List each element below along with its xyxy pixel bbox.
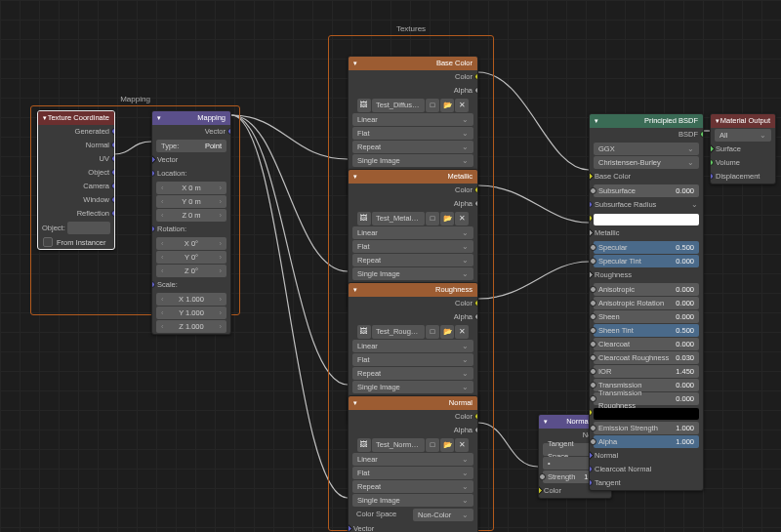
source-field[interactable]: Single Image — [352, 267, 473, 280]
extension-field[interactable]: Repeat — [352, 141, 473, 153]
node-header[interactable]: Metallic — [349, 170, 477, 184]
bsdf-specular-tint[interactable]: Specular Tint0.000 — [594, 255, 699, 267]
users-icon[interactable]: □ — [426, 325, 439, 339]
location-label: Location: — [152, 167, 230, 181]
out-alpha: Alpha — [349, 310, 477, 324]
type-field[interactable]: Type:Point — [156, 140, 226, 152]
open-file-icon[interactable]: 📂 — [440, 438, 454, 452]
bsdf-subsurface-radius[interactable]: Subsurface Radius — [590, 198, 703, 212]
projection-field[interactable]: Flat — [352, 353, 473, 366]
interpolation-field[interactable]: Linear — [352, 453, 473, 466]
projection-field[interactable]: Flat — [352, 240, 473, 253]
bsdf-clearcoat-normal: Clearcoat Normal — [590, 463, 703, 476]
object-field-row[interactable]: Object: — [42, 222, 110, 234]
rot-z[interactable]: Z 0° — [156, 265, 226, 277]
bsdf-emission[interactable] — [590, 406, 703, 421]
source-field[interactable]: Single Image — [352, 381, 473, 393]
browse-image-icon[interactable]: 🖼 — [357, 99, 371, 112]
bsdf-specular[interactable]: Specular0.500 — [594, 241, 699, 254]
node-header[interactable]: Mapping — [152, 111, 230, 125]
node-principled-bsdf[interactable]: Principled BSDF BSDF GGX Christensen-Bur… — [589, 113, 704, 491]
bsdf-clearcoat[interactable]: Clearcoat0.000 — [594, 338, 699, 350]
in-displacement: Displacement — [711, 170, 775, 184]
node-header[interactable]: Texture Coordinate — [38, 111, 114, 125]
interpolation-field[interactable]: Linear — [352, 226, 473, 239]
users-icon[interactable]: □ — [426, 99, 439, 112]
loc-z[interactable]: Z 0 m — [156, 209, 226, 222]
out-reflection: Reflection — [38, 207, 114, 221]
out-generated: Generated — [38, 125, 114, 139]
bsdf-anisotropic-rotation[interactable]: Anisotropic Rotation0.000 — [594, 297, 699, 309]
scl-x[interactable]: X 1.000 — [156, 293, 226, 306]
node-header[interactable]: Roughness — [349, 283, 477, 297]
bsdf-ior[interactable]: IOR1.450 — [594, 365, 699, 378]
rot-y[interactable]: Y 0° — [156, 251, 226, 264]
bsdf-metallic: Metallic — [590, 226, 703, 240]
loc-y[interactable]: Y 0 m — [156, 195, 226, 208]
source-field[interactable]: Single Image — [352, 494, 473, 507]
bsdf-anisotropic[interactable]: Anisotropic0.000 — [594, 283, 699, 296]
colorspace-field[interactable]: Color Space Non-Color — [352, 508, 473, 521]
unlink-icon[interactable]: ✕ — [455, 212, 469, 225]
rot-x[interactable]: X 0° — [156, 237, 226, 250]
scl-y[interactable]: Y 1.000 — [156, 307, 226, 319]
loc-x[interactable]: X 0 m — [156, 182, 226, 194]
image-name-field[interactable]: Test_Normal.p... — [372, 438, 425, 452]
extension-field[interactable]: Repeat — [352, 367, 473, 380]
checkbox-icon[interactable] — [43, 237, 53, 247]
image-datablock-row[interactable]: 🖼 Test_Diffuse.p... □ 📂 ✕ — [352, 99, 473, 112]
scl-z[interactable]: Z 1.000 — [156, 320, 226, 333]
target-field[interactable]: All — [715, 129, 771, 142]
out-camera: Camera — [38, 180, 114, 193]
bsdf-emission-strength[interactable]: Emission Strength1.000 — [594, 422, 699, 434]
image-datablock-row[interactable]: 🖼 Test_Metalnes... □ 📂 ✕ — [352, 212, 473, 225]
bsdf-transmission-roughness[interactable]: Transmission Roughness0.000 — [594, 392, 699, 405]
sss-method-field[interactable]: Christensen-Burley — [594, 156, 699, 169]
browse-image-icon[interactable]: 🖼 — [357, 325, 371, 339]
open-file-icon[interactable]: 📂 — [440, 99, 454, 112]
browse-image-icon[interactable]: 🖼 — [357, 212, 371, 225]
distribution-field[interactable]: GGX — [594, 143, 699, 155]
browse-image-icon[interactable]: 🖼 — [357, 438, 371, 452]
open-file-icon[interactable]: 📂 — [440, 212, 454, 225]
bsdf-normal: Normal — [590, 449, 703, 463]
unlink-icon[interactable]: ✕ — [455, 438, 469, 452]
node-mapping[interactable]: Mapping Vector Type:Point Vector Locatio… — [151, 110, 231, 335]
node-header[interactable]: Principled BSDF — [590, 114, 703, 128]
node-texture-coordinate[interactable]: Texture Coordinate GeneratedNormalUVObje… — [37, 110, 115, 250]
bsdf-base-color: Base Color — [590, 170, 703, 184]
interpolation-field[interactable]: Linear — [352, 340, 473, 352]
bsdf-sheen-tint[interactable]: Sheen Tint0.500 — [594, 324, 699, 337]
node-header[interactable]: Normal — [349, 396, 477, 410]
object-field[interactable] — [67, 222, 110, 234]
node-header[interactable]: Base Color — [349, 57, 477, 70]
users-icon[interactable]: □ — [426, 438, 439, 452]
image-name-field[interactable]: Test_Roughne... — [372, 325, 425, 339]
extension-field[interactable]: Repeat — [352, 254, 473, 266]
node-header[interactable]: Material Output — [711, 114, 775, 128]
projection-field[interactable]: Flat — [352, 127, 473, 140]
image-datablock-row[interactable]: 🖼 Test_Roughne... □ 📂 ✕ — [352, 325, 473, 339]
source-field[interactable]: Single Image — [352, 154, 473, 167]
image-name-field[interactable]: Test_Diffuse.p... — [372, 99, 425, 112]
unlink-icon[interactable]: ✕ — [455, 325, 469, 339]
out-color: Color — [349, 184, 477, 197]
bsdf-sheen[interactable]: Sheen0.000 — [594, 310, 699, 323]
extension-field[interactable]: Repeat — [352, 480, 473, 493]
bsdf-subsurface-color[interactable] — [590, 212, 703, 226]
users-icon[interactable]: □ — [426, 212, 439, 225]
from-instancer-row[interactable]: From Instancer — [38, 235, 114, 249]
out-object: Object — [38, 166, 114, 180]
node-material-output[interactable]: Material Output All SurfaceVolumeDisplac… — [710, 113, 776, 184]
projection-field[interactable]: Flat — [352, 467, 473, 479]
image-datablock-row[interactable]: 🖼 Test_Normal.p... □ 📂 ✕ — [352, 438, 473, 452]
image-name-field[interactable]: Test_Metalnes... — [372, 212, 425, 225]
open-file-icon[interactable]: 📂 — [440, 325, 454, 339]
unlink-icon[interactable]: ✕ — [455, 99, 469, 112]
bsdf-clearcoat-roughness[interactable]: Clearcoat Roughness0.030 — [594, 351, 699, 364]
bsdf-roughness: Roughness — [590, 268, 703, 282]
bsdf-alpha[interactable]: Alpha1.000 — [594, 435, 699, 448]
node-image-texture-normal[interactable]: Normal Color Alpha 🖼 Test_Normal.p... □ … — [348, 395, 478, 532]
bsdf-subsurface[interactable]: Subsurface0.000 — [594, 184, 699, 197]
interpolation-field[interactable]: Linear — [352, 113, 473, 126]
